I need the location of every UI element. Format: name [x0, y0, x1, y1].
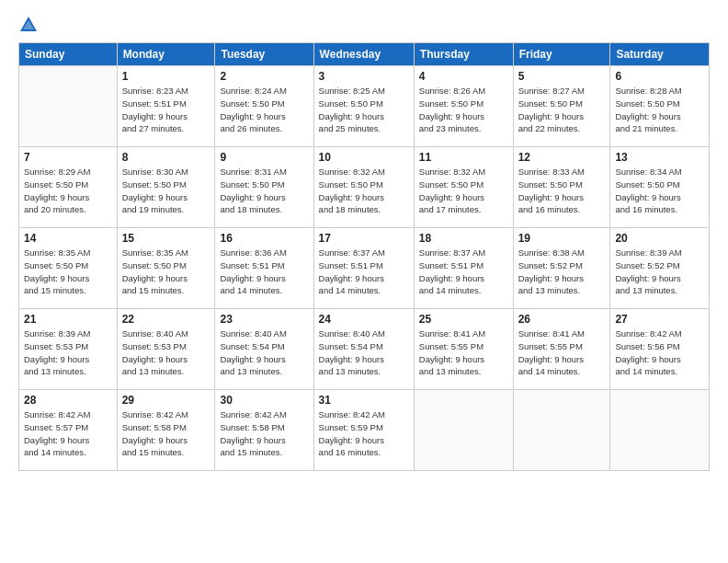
day-info: Sunrise: 8:37 AM Sunset: 5:51 PM Dayligh…: [419, 247, 508, 297]
calendar-cell: 6Sunrise: 8:28 AM Sunset: 5:50 PM Daylig…: [610, 66, 710, 147]
day-number: 16: [220, 232, 308, 245]
day-info: Sunrise: 8:25 AM Sunset: 5:50 PM Dayligh…: [319, 85, 409, 135]
day-number: 8: [122, 151, 210, 164]
calendar-cell: 25Sunrise: 8:41 AM Sunset: 5:55 PM Dayli…: [414, 309, 513, 390]
day-number: 27: [615, 313, 704, 326]
day-info: Sunrise: 8:31 AM Sunset: 5:50 PM Dayligh…: [220, 166, 308, 216]
calendar-cell: 24Sunrise: 8:40 AM Sunset: 5:54 PM Dayli…: [313, 309, 414, 390]
calendar-cell: 4Sunrise: 8:26 AM Sunset: 5:50 PM Daylig…: [414, 66, 513, 147]
day-number: 12: [518, 151, 606, 164]
calendar-cell: 1Sunrise: 8:23 AM Sunset: 5:51 PM Daylig…: [117, 66, 215, 147]
day-number: 10: [319, 151, 409, 164]
day-info: Sunrise: 8:40 AM Sunset: 5:54 PM Dayligh…: [220, 327, 308, 378]
day-number: 19: [518, 232, 606, 245]
day-number: 25: [419, 313, 508, 326]
day-number: 9: [220, 151, 308, 164]
day-info: Sunrise: 8:39 AM Sunset: 5:53 PM Dayligh…: [24, 327, 112, 378]
day-info: Sunrise: 8:30 AM Sunset: 5:50 PM Dayligh…: [122, 166, 210, 216]
week-row-3: 14Sunrise: 8:35 AM Sunset: 5:50 PM Dayli…: [19, 228, 710, 309]
day-info: Sunrise: 8:28 AM Sunset: 5:50 PM Dayligh…: [615, 85, 704, 135]
day-number: 26: [518, 313, 606, 326]
day-header-friday: Friday: [513, 43, 610, 66]
day-header-sunday: Sunday: [19, 43, 118, 66]
calendar-cell: 18Sunrise: 8:37 AM Sunset: 5:51 PM Dayli…: [414, 228, 513, 309]
day-info: Sunrise: 8:42 AM Sunset: 5:57 PM Dayligh…: [24, 408, 112, 459]
day-info: Sunrise: 8:23 AM Sunset: 5:51 PM Dayligh…: [122, 85, 210, 135]
day-number: 3: [319, 70, 409, 83]
day-number: 21: [24, 313, 112, 326]
day-info: Sunrise: 8:29 AM Sunset: 5:50 PM Dayligh…: [24, 166, 112, 216]
logo: [18, 15, 42, 35]
day-info: Sunrise: 8:42 AM Sunset: 5:59 PM Dayligh…: [319, 408, 409, 459]
day-info: Sunrise: 8:33 AM Sunset: 5:50 PM Dayligh…: [518, 166, 606, 216]
day-info: Sunrise: 8:42 AM Sunset: 5:58 PM Dayligh…: [220, 408, 308, 459]
day-info: Sunrise: 8:36 AM Sunset: 5:51 PM Dayligh…: [220, 247, 308, 297]
day-header-thursday: Thursday: [414, 43, 513, 66]
day-number: 22: [122, 313, 210, 326]
day-info: Sunrise: 8:38 AM Sunset: 5:52 PM Dayligh…: [518, 247, 606, 297]
day-number: 13: [615, 151, 704, 164]
day-number: 20: [615, 232, 704, 245]
day-info: Sunrise: 8:40 AM Sunset: 5:54 PM Dayligh…: [319, 327, 409, 378]
calendar-cell: 8Sunrise: 8:30 AM Sunset: 5:50 PM Daylig…: [117, 147, 215, 228]
calendar-cell: [610, 390, 710, 471]
day-number: 4: [419, 70, 508, 83]
day-number: 14: [24, 232, 112, 245]
day-info: Sunrise: 8:39 AM Sunset: 5:52 PM Dayligh…: [615, 247, 704, 297]
calendar-cell: 30Sunrise: 8:42 AM Sunset: 5:58 PM Dayli…: [215, 390, 313, 471]
calendar-cell: 20Sunrise: 8:39 AM Sunset: 5:52 PM Dayli…: [610, 228, 710, 309]
calendar-cell: 13Sunrise: 8:34 AM Sunset: 5:50 PM Dayli…: [610, 147, 710, 228]
day-number: 28: [24, 394, 112, 407]
calendar-cell: 2Sunrise: 8:24 AM Sunset: 5:50 PM Daylig…: [215, 66, 313, 147]
day-info: Sunrise: 8:26 AM Sunset: 5:50 PM Dayligh…: [419, 85, 508, 135]
calendar-cell: 27Sunrise: 8:42 AM Sunset: 5:56 PM Dayli…: [610, 309, 710, 390]
day-info: Sunrise: 8:24 AM Sunset: 5:50 PM Dayligh…: [220, 85, 308, 135]
day-number: 6: [615, 70, 704, 83]
day-number: 18: [419, 232, 508, 245]
day-number: 1: [122, 70, 210, 83]
day-number: 31: [319, 394, 409, 407]
calendar-cell: 23Sunrise: 8:40 AM Sunset: 5:54 PM Dayli…: [215, 309, 313, 390]
day-number: 11: [419, 151, 508, 164]
day-info: Sunrise: 8:35 AM Sunset: 5:50 PM Dayligh…: [24, 247, 112, 297]
day-number: 23: [220, 313, 308, 326]
calendar-cell: [513, 390, 610, 471]
day-info: Sunrise: 8:42 AM Sunset: 5:58 PM Dayligh…: [122, 408, 210, 459]
day-number: 24: [319, 313, 409, 326]
day-number: 30: [220, 394, 308, 407]
calendar-cell: 29Sunrise: 8:42 AM Sunset: 5:58 PM Dayli…: [117, 390, 215, 471]
calendar-cell: 11Sunrise: 8:32 AM Sunset: 5:50 PM Dayli…: [414, 147, 513, 228]
calendar-cell: 12Sunrise: 8:33 AM Sunset: 5:50 PM Dayli…: [513, 147, 610, 228]
day-info: Sunrise: 8:27 AM Sunset: 5:50 PM Dayligh…: [518, 85, 606, 135]
day-info: Sunrise: 8:37 AM Sunset: 5:51 PM Dayligh…: [319, 247, 409, 297]
calendar-cell: [414, 390, 513, 471]
calendar-cell: 14Sunrise: 8:35 AM Sunset: 5:50 PM Dayli…: [19, 228, 118, 309]
calendar-cell: 5Sunrise: 8:27 AM Sunset: 5:50 PM Daylig…: [513, 66, 610, 147]
day-info: Sunrise: 8:42 AM Sunset: 5:56 PM Dayligh…: [615, 327, 704, 378]
calendar-cell: 3Sunrise: 8:25 AM Sunset: 5:50 PM Daylig…: [313, 66, 414, 147]
day-info: Sunrise: 8:32 AM Sunset: 5:50 PM Dayligh…: [319, 166, 409, 216]
day-info: Sunrise: 8:35 AM Sunset: 5:50 PM Dayligh…: [122, 247, 210, 297]
calendar-table: SundayMondayTuesdayWednesdayThursdayFrid…: [18, 42, 710, 471]
day-info: Sunrise: 8:34 AM Sunset: 5:50 PM Dayligh…: [615, 166, 704, 216]
page: SundayMondayTuesdayWednesdayThursdayFrid…: [0, 0, 728, 563]
day-info: Sunrise: 8:32 AM Sunset: 5:50 PM Dayligh…: [419, 166, 508, 216]
calendar-cell: 15Sunrise: 8:35 AM Sunset: 5:50 PM Dayli…: [117, 228, 215, 309]
calendar-cell: 17Sunrise: 8:37 AM Sunset: 5:51 PM Dayli…: [313, 228, 414, 309]
calendar-header-row: SundayMondayTuesdayWednesdayThursdayFrid…: [19, 43, 710, 66]
day-info: Sunrise: 8:41 AM Sunset: 5:55 PM Dayligh…: [419, 327, 508, 378]
day-number: 15: [122, 232, 210, 245]
day-header-saturday: Saturday: [610, 43, 710, 66]
calendar-cell: 28Sunrise: 8:42 AM Sunset: 5:57 PM Dayli…: [19, 390, 118, 471]
day-header-wednesday: Wednesday: [313, 43, 414, 66]
week-row-5: 28Sunrise: 8:42 AM Sunset: 5:57 PM Dayli…: [19, 390, 710, 471]
week-row-4: 21Sunrise: 8:39 AM Sunset: 5:53 PM Dayli…: [19, 309, 710, 390]
day-info: Sunrise: 8:40 AM Sunset: 5:53 PM Dayligh…: [122, 327, 210, 378]
day-info: Sunrise: 8:41 AM Sunset: 5:55 PM Dayligh…: [518, 327, 606, 378]
calendar-cell: [19, 66, 118, 147]
calendar-cell: 22Sunrise: 8:40 AM Sunset: 5:53 PM Dayli…: [117, 309, 215, 390]
calendar-cell: 21Sunrise: 8:39 AM Sunset: 5:53 PM Dayli…: [19, 309, 118, 390]
day-header-monday: Monday: [117, 43, 215, 66]
day-header-tuesday: Tuesday: [215, 43, 313, 66]
header: [18, 15, 710, 35]
